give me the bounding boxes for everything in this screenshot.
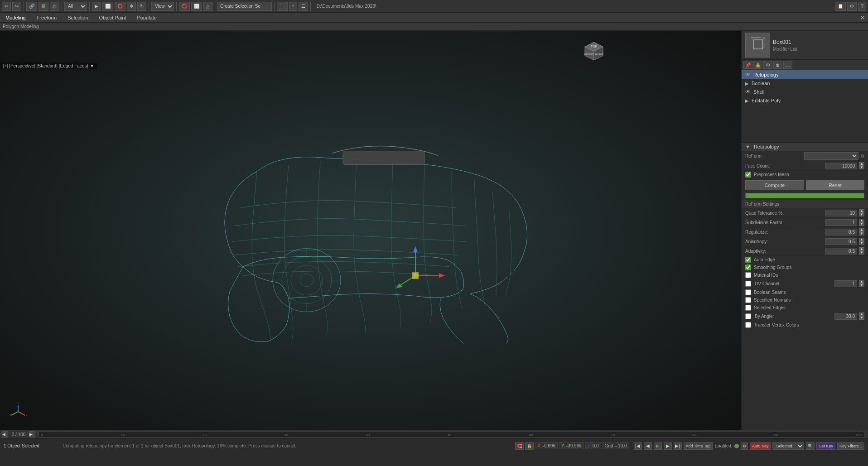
nav-cube[interactable]: TOP FRONT RIGHT — [578, 35, 610, 67]
config-btn[interactable]: ⚙ — [763, 61, 772, 69]
auto-edge-checkbox[interactable] — [745, 257, 751, 263]
ba-down[interactable]: ▼ — [859, 316, 864, 320]
transfer-vertex-colors-checkbox[interactable] — [745, 322, 751, 328]
auto-key-btn[interactable]: Auto Key — [750, 442, 771, 450]
modifier-boolean[interactable]: ▶ Boolean — [742, 79, 868, 87]
reset-btn[interactable]: Reset — [806, 180, 865, 190]
bind-button[interactable]: ◎ — [50, 2, 59, 11]
menu-modeling[interactable]: Modeling — [3, 14, 29, 21]
retopology-eye-icon[interactable]: 👁 — [745, 72, 751, 78]
qt-down[interactable]: ▼ — [859, 213, 864, 216]
go-end-btn[interactable]: ▶| — [674, 442, 682, 450]
layer-btn[interactable]: ☰ — [299, 2, 308, 11]
align-btn[interactable]: ≡ — [289, 2, 297, 11]
quad-tolerance-input[interactable] — [825, 210, 857, 216]
modifier-list-label: Modifier List — [773, 47, 864, 52]
selected-dropdown[interactable]: Selected — [772, 442, 804, 450]
mirror-btn[interactable]: ⬛ — [277, 2, 288, 11]
enabled-settings-btn[interactable]: ⚙ — [741, 442, 748, 450]
preprocess-mesh-checkbox[interactable] — [745, 172, 751, 178]
go-start-btn[interactable]: |◀ — [634, 442, 642, 450]
compute-btn[interactable]: Compute — [745, 180, 804, 190]
material-ids-checkbox[interactable] — [745, 272, 751, 278]
lock-btn[interactable]: 🔒 — [753, 61, 762, 69]
lasso-select-btn[interactable]: ⭕ — [115, 2, 125, 11]
move-btn[interactable]: ✥ — [127, 2, 136, 11]
reg-down[interactable]: ▼ — [859, 232, 864, 235]
by-angle-checkbox[interactable] — [745, 313, 751, 319]
search-btn[interactable]: 🔍 — [806, 442, 815, 450]
uv-channel-input[interactable] — [834, 280, 857, 287]
pin-btn[interactable]: 📌 — [743, 61, 752, 69]
modifier-shell[interactable]: 👁 Shell — [742, 87, 868, 96]
play-btn[interactable]: ▶ — [654, 442, 662, 450]
undo-button[interactable]: ↩ — [2, 2, 11, 11]
settings-btn[interactable]: ⚙ — [847, 2, 857, 11]
svg-marker-21 — [439, 273, 445, 278]
menu-close-btn[interactable]: ✕ — [860, 14, 865, 21]
viewport-filter-icon[interactable]: ▼ — [90, 63, 94, 68]
rectangle-select-btn[interactable]: ⬜ — [102, 2, 113, 11]
redo-button[interactable]: ↪ — [12, 2, 21, 11]
menu-selection[interactable]: Selection — [65, 14, 91, 21]
view-dropdown[interactable]: View — [151, 2, 174, 11]
retopology-section-header[interactable]: ▼ Retopology — [742, 143, 868, 151]
mode-dropdown[interactable]: All — [64, 2, 87, 11]
modifier-editable-poly[interactable]: ▶ Editable Poly — [742, 96, 868, 105]
cone-btn[interactable]: △ — [203, 2, 212, 11]
specified-normals-checkbox[interactable] — [745, 297, 751, 303]
uv-channel-checkbox[interactable] — [745, 281, 751, 287]
adaptivity-input[interactable] — [825, 248, 857, 255]
uvc-down[interactable]: ▼ — [859, 283, 864, 287]
lock-btn-status[interactable]: 🔒 — [525, 442, 534, 450]
cube-btn[interactable]: ⬜ — [191, 2, 202, 11]
menu-freeform[interactable]: Freeform — [34, 14, 60, 21]
create-selection-btn[interactable]: Create Selection Se — [217, 2, 272, 11]
menu-object-paint[interactable]: Object Paint — [96, 14, 129, 21]
reform-options-btn[interactable]: ⚙ — [860, 154, 864, 159]
boolean-seams-checkbox[interactable] — [745, 289, 751, 295]
svg-point-12 — [300, 274, 313, 286]
tick-10: 10 — [121, 433, 125, 437]
ani-down[interactable]: ▼ — [859, 241, 864, 245]
subdivision-factor-input[interactable] — [825, 219, 857, 226]
more-btn[interactable]: … — [783, 61, 792, 69]
viewport[interactable]: [+] [Perspective] [Standard] [Edged Face… — [0, 31, 741, 430]
add-time-tag-btn[interactable]: Add Time Tag — [684, 442, 713, 450]
viewport-label: [+] [Perspective] [Standard] [Edged Face… — [0, 62, 97, 69]
anisotropy-input[interactable] — [825, 238, 857, 245]
key-filters-btn[interactable]: Key Filters... — [837, 442, 864, 450]
unlink-button[interactable]: ⛓ — [39, 2, 48, 11]
timeline-prev-btn[interactable]: ◀ — [2, 431, 8, 437]
modifier-retopology[interactable]: 👁 Retopology — [742, 70, 868, 79]
regularize-label: Regularize: — [745, 230, 824, 235]
adapt-down[interactable]: ▼ — [859, 251, 864, 255]
next-frame-btn[interactable]: ▶ — [664, 442, 672, 450]
timeline-scrubber[interactable]: 0 10 20 30 40 50 60 70 80 90 100 — [39, 431, 864, 437]
face-count-down[interactable]: ▼ — [859, 166, 864, 169]
menu-populate[interactable]: Populate — [134, 14, 159, 21]
set-key-btn[interactable]: Set Key — [816, 442, 835, 450]
shell-name: Shell — [753, 89, 764, 95]
by-angle-input[interactable] — [834, 313, 857, 320]
link-button[interactable]: 🔗 — [26, 2, 37, 11]
sphere-btn[interactable]: ⭕ — [179, 2, 190, 11]
snap-btn[interactable]: 🧲 — [515, 442, 524, 450]
selected-edges-checkbox[interactable] — [745, 305, 751, 311]
reform-dropdown[interactable] — [804, 152, 858, 160]
face-count-input[interactable] — [825, 163, 857, 169]
regularize-input[interactable] — [825, 229, 857, 235]
selected-edges-row: Selected Edges — [742, 304, 868, 312]
help-btn[interactable]: ? — [858, 2, 866, 11]
rotate-btn[interactable]: ↻ — [137, 2, 146, 11]
shell-eye-icon[interactable]: 👁 — [745, 89, 751, 95]
sf-down[interactable]: ▼ — [859, 222, 864, 226]
select-btn[interactable]: ▶ — [92, 2, 101, 11]
quad-tolerance-label: Quad Tolerance %: — [745, 211, 824, 216]
prev-frame-btn[interactable]: ◀ — [644, 442, 652, 450]
svg-text:TOP: TOP — [591, 45, 598, 48]
manager-btn[interactable]: 📋 — [835, 2, 846, 11]
delete-btn[interactable]: 🗑 — [773, 61, 782, 69]
smoothing-groups-checkbox[interactable] — [745, 264, 751, 270]
timeline-next-btn[interactable]: ▶ — [29, 431, 35, 437]
